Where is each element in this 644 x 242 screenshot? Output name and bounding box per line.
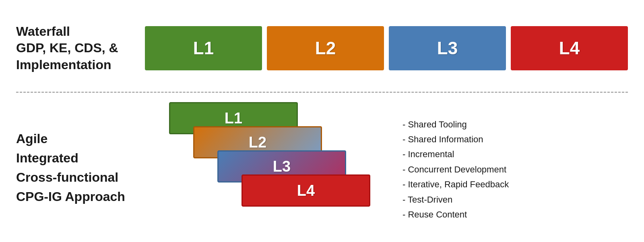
feature-1: - Shared Tooling (402, 117, 628, 132)
waterfall-line1: Waterfall (16, 24, 70, 39)
waterfall-label: Waterfall GDP, KE, CDS, & Implementation (16, 23, 145, 74)
feature-4: - Concurrent Development (402, 162, 628, 177)
features-list: - Shared Tooling - Shared Information - … (378, 113, 628, 222)
waterfall-line3: Implementation (16, 57, 111, 72)
waterfall-L3-box: L3 (389, 26, 506, 70)
feature-6: - Test-Driven (402, 192, 628, 207)
staircase-container: L1 L2 L3 L4 (145, 102, 378, 231)
waterfall-L1-box: L1 (145, 26, 262, 70)
waterfall-line2: GDP, KE, CDS, & (16, 41, 118, 55)
feature-3: - Incremental (402, 147, 628, 162)
feature-2: - Shared Information (402, 132, 628, 147)
agile-label: Agile Integrated Cross-functional CPG-IG… (16, 129, 145, 206)
waterfall-L2-box: L2 (267, 26, 384, 70)
main-container: Waterfall GDP, KE, CDS, & Implementation… (0, 0, 644, 242)
feature-7: - Reuse Content (402, 207, 628, 222)
agile-line3: Cross-functional (16, 170, 118, 185)
agile-L4-box: L4 (242, 174, 370, 207)
waterfall-boxes: L1 L2 L3 L4 (145, 26, 628, 70)
agile-line4: CPG-IG Approach (16, 189, 125, 204)
waterfall-L4-box: L4 (511, 26, 628, 70)
agile-section: Agile Integrated Cross-functional CPG-IG… (16, 96, 628, 233)
feature-5: - Iterative, Rapid Feedback (402, 177, 628, 192)
waterfall-section: Waterfall GDP, KE, CDS, & Implementation… (16, 8, 628, 88)
agile-line2: Integrated (16, 151, 78, 165)
section-divider (16, 92, 628, 93)
agile-line1: Agile (16, 131, 47, 146)
